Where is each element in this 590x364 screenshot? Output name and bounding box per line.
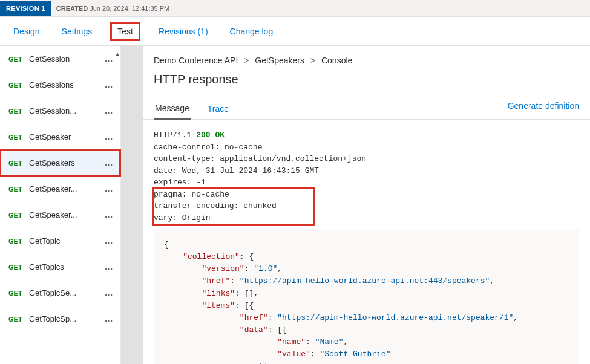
json-key: "href" (202, 276, 230, 285)
http-verb-label: GET (8, 238, 29, 245)
json-str: "Name" (315, 337, 344, 346)
http-verb-label: GET (8, 186, 29, 193)
more-options-icon[interactable]: ... (103, 158, 114, 167)
more-options-icon[interactable]: ... (103, 80, 114, 89)
more-options-icon[interactable]: ... (103, 54, 114, 63)
crumb-sep: > (244, 56, 249, 65)
http-verb-label: GET (8, 212, 29, 219)
http-verb-label: GET (8, 264, 29, 271)
operation-row[interactable]: GETGetTopicSe...... (0, 280, 120, 306)
json-str: "Scott Guthrie" (320, 349, 390, 359)
json-key: "links" (202, 289, 235, 298)
http-verb-label: GET (8, 160, 29, 167)
operation-name: GetSessions (29, 80, 103, 89)
operation-name: GetSession... (29, 106, 103, 115)
operation-name: GetSpeaker... (29, 210, 103, 219)
created-label: CREATED (56, 5, 88, 12)
crumb-sep: > (310, 56, 315, 65)
operations-sidebar: ▴ GETGetSession...GETGetSessions...GETGe… (0, 46, 121, 364)
json-text: : [{ (268, 325, 287, 334)
more-options-icon[interactable]: ... (103, 236, 114, 245)
created-value: Jun 20, 2024, 12:41:35 PM (90, 5, 169, 12)
section-title: HTTP response (143, 65, 590, 97)
layout: ▴ GETGetSession...GETGetSessions...GETGe… (0, 46, 590, 364)
headers-plain: cache-control: no-cache content-type: ap… (154, 143, 366, 187)
json-text: : { (240, 252, 254, 261)
more-options-icon[interactable]: ... (103, 288, 114, 297)
operation-name: GetSpeaker (29, 132, 103, 141)
headers-highlighted: pragma: no-cache transfer-encoding: chun… (154, 189, 313, 224)
operation-name: GetSpeaker... (29, 184, 103, 193)
operation-row[interactable]: GETGetTopicSp...... (0, 306, 120, 332)
tab-trace[interactable]: Trace (206, 98, 230, 119)
generate-definition-link[interactable]: Generate definition (508, 101, 579, 115)
response-tabs: Message Trace Generate definition (143, 97, 590, 120)
operation-row[interactable]: GETGetTopic... (0, 228, 120, 254)
json-key: "name" (277, 337, 306, 346)
http-verb-label: GET (8, 56, 29, 63)
operation-row[interactable]: GETGetTopics... (0, 254, 120, 280)
http-verb-label: GET (8, 290, 29, 297)
more-options-icon[interactable]: ... (103, 106, 114, 115)
tab-message[interactable]: Message (154, 97, 191, 120)
created-stamp: CREATED Jun 20, 2024, 12:41:35 PM (56, 5, 170, 12)
json-str: "https://apim-hello-world.azure-api.net:… (240, 276, 490, 285)
more-options-icon[interactable]: ... (103, 132, 114, 141)
crumb-op[interactable]: GetSpeakers (255, 56, 304, 65)
more-options-icon[interactable]: ... (103, 184, 114, 193)
json-key: "href" (240, 313, 268, 322)
json-key: "collection" (183, 252, 240, 261)
http-verb-label: GET (8, 82, 29, 89)
topbar: REVISION 1 CREATED Jun 20, 2024, 12:41:3… (0, 0, 590, 17)
main-panel: Demo Conference API > GetSpeakers > Cons… (143, 46, 590, 364)
operation-name: GetTopicSp... (29, 314, 103, 323)
json-text: }], (258, 362, 272, 364)
http-verb-label: GET (8, 108, 29, 115)
operation-row[interactable]: GETGetSessions... (0, 72, 120, 98)
operation-row[interactable]: GETGetSpeaker...... (0, 176, 120, 202)
breadcrumb: Demo Conference API > GetSpeakers > Cons… (143, 46, 590, 65)
operation-row[interactable]: GETGetSpeaker... (0, 124, 120, 150)
tab-test[interactable]: Test (111, 23, 139, 40)
response-headers: HTTP/1.1 200 OK cache-control: no-cache … (143, 120, 590, 224)
crumb-console: Console (321, 56, 352, 65)
sidebar-scrollbar[interactable] (121, 46, 143, 364)
operation-name: GetTopic (29, 236, 103, 245)
operation-name: GetSession (29, 54, 103, 63)
operation-row[interactable]: GETGetSession...... (0, 98, 120, 124)
json-key: "value" (277, 349, 310, 359)
revision-badge: REVISION 1 (0, 1, 51, 16)
operation-row[interactable]: GETGetSpeakers... (0, 150, 120, 176)
response-body: { "collection": { "version": "1.0", "hre… (154, 230, 579, 364)
http-status: 200 OK (196, 131, 225, 140)
json-str: "https://apim-hello-world.azure-api.net/… (277, 313, 513, 322)
operation-name: GetTopics (29, 262, 103, 271)
operation-name: GetTopicSe... (29, 288, 103, 297)
operation-row[interactable]: GETGetSession... (0, 46, 120, 72)
json-text: : [{ (235, 301, 254, 310)
http-verb-label: GET (8, 134, 29, 141)
main-tabs: Design Settings Test Revisions (1) Chang… (0, 17, 590, 46)
more-options-icon[interactable]: ... (103, 314, 114, 323)
tab-changelog[interactable]: Change log (228, 23, 276, 40)
crumb-api[interactable]: Demo Conference API (154, 56, 238, 65)
json-key: "data" (240, 325, 268, 334)
more-options-icon[interactable]: ... (103, 210, 114, 219)
json-key: "version" (202, 264, 244, 273)
http-verb-label: GET (8, 316, 29, 323)
scroll-up-icon[interactable]: ▴ (116, 50, 119, 58)
tab-design[interactable]: Design (11, 23, 42, 40)
operation-name: GetSpeakers (29, 158, 103, 167)
http-proto: HTTP/1.1 (154, 131, 196, 140)
json-line: { (164, 240, 169, 249)
json-key: "items" (202, 301, 235, 310)
more-options-icon[interactable]: ... (103, 262, 114, 271)
operation-row[interactable]: GETGetSpeaker...... (0, 202, 120, 228)
json-str: "1.0" (254, 264, 277, 273)
json-text: : [], (235, 289, 258, 298)
tab-settings[interactable]: Settings (59, 23, 95, 40)
tab-revisions[interactable]: Revisions (1) (156, 23, 211, 40)
